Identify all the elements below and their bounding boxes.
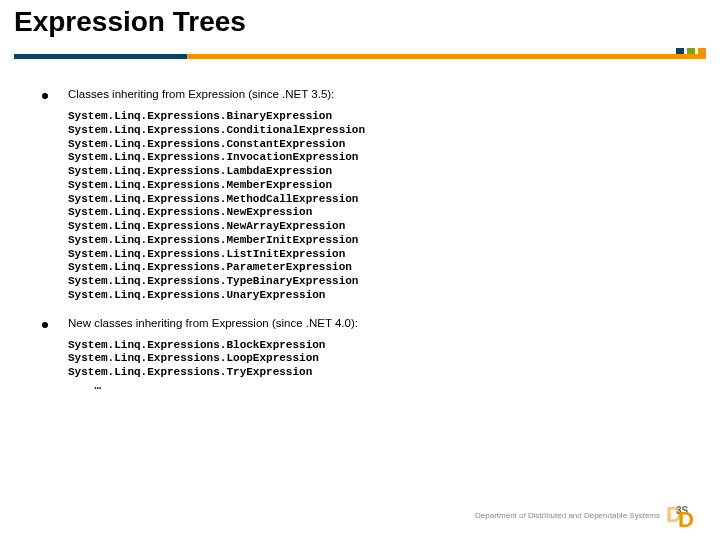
- accent-bar: [14, 54, 706, 59]
- bullet-icon: [42, 322, 48, 328]
- slide: Expression Trees Classes inheriting from…: [0, 0, 720, 540]
- bullet-icon: [42, 93, 48, 99]
- code-block: System.Linq.Expressions.BinaryExpression…: [68, 110, 680, 303]
- footer: Department of Distributed and Dependable…: [475, 502, 706, 530]
- title-bar: [0, 48, 720, 66]
- code-block: System.Linq.Expressions.BlockExpression …: [68, 339, 680, 394]
- content-area: Classes inheriting from Expression (sinc…: [42, 88, 680, 408]
- bullet-text: Classes inheriting from Expression (sinc…: [68, 88, 334, 100]
- footer-dept-label: Department of Distributed and Dependable…: [475, 512, 660, 521]
- page-title: Expression Trees: [14, 6, 246, 38]
- bullet-text: New classes inheriting from Expression (…: [68, 317, 358, 329]
- list-item: Classes inheriting from Expression (sinc…: [42, 88, 680, 100]
- logo-letter: D: [678, 507, 694, 533]
- footer-logo: D 3S D: [666, 502, 706, 530]
- list-item: New classes inheriting from Expression (…: [42, 317, 680, 329]
